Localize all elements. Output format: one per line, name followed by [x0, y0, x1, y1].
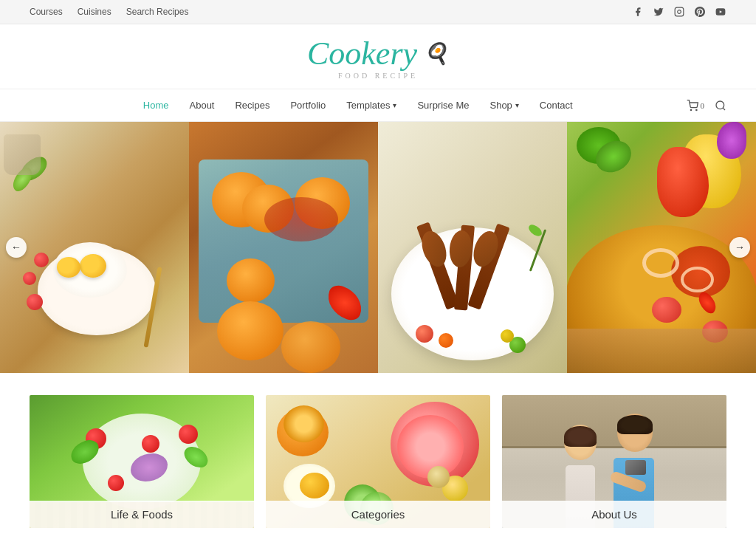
- youtube-icon[interactable]: [715, 6, 726, 18]
- bottom-grid: Life & Foods Categories: [0, 373, 756, 545]
- top-nav: Courses Cuisines Search Recipes: [30, 7, 188, 17]
- top-nav-search-recipes[interactable]: Search Recipes: [126, 7, 189, 17]
- cart-button[interactable]: 0: [687, 100, 705, 112]
- gallery-prev-button[interactable]: ←: [6, 237, 27, 258]
- facebook-icon[interactable]: [632, 6, 644, 18]
- main-nav: Home About Recipes Portfolio Templates ▾…: [0, 89, 756, 122]
- gallery-item-4: [567, 122, 756, 373]
- nav-recipes[interactable]: Recipes: [235, 89, 269, 121]
- svg-point-3: [690, 109, 691, 110]
- top-nav-cuisines[interactable]: Cuisines: [78, 7, 111, 17]
- card-about-us-label: About Us: [502, 501, 726, 528]
- logo-area: Cookery 🍳 FOOD RECIPE: [0, 24, 756, 89]
- nav-items: Home About Recipes Portfolio Templates ▾…: [30, 89, 687, 121]
- chef-hat-icon: 🍳: [423, 44, 449, 64]
- nav-contact[interactable]: Contact: [540, 89, 573, 121]
- nav-portfolio[interactable]: Portfolio: [290, 89, 326, 121]
- nav-home[interactable]: Home: [143, 89, 169, 121]
- twitter-icon[interactable]: [653, 6, 664, 18]
- svg-rect-0: [675, 7, 684, 16]
- nav-icons: 0: [687, 100, 727, 112]
- nav-surprise-me[interactable]: Surprise Me: [417, 89, 469, 121]
- pinterest-icon[interactable]: [694, 6, 706, 18]
- svg-line-6: [723, 108, 725, 110]
- templates-dropdown-icon: ▾: [393, 101, 396, 109]
- gallery-item-3: [378, 122, 567, 373]
- logo-tagline: FOOD RECIPE: [338, 72, 418, 80]
- grid-card-life-foods[interactable]: Life & Foods: [30, 395, 254, 528]
- card-categories-label: Categories: [266, 501, 490, 528]
- grid-card-about-us[interactable]: About Us: [502, 395, 726, 528]
- top-nav-courses[interactable]: Courses: [30, 7, 63, 17]
- search-button[interactable]: [715, 100, 726, 112]
- instagram-icon[interactable]: [673, 6, 685, 18]
- card-life-foods-label: Life & Foods: [30, 501, 254, 528]
- nav-templates[interactable]: Templates ▾: [346, 89, 396, 121]
- social-icons: [632, 6, 726, 18]
- cart-count: 0: [701, 101, 705, 110]
- top-bar: Courses Cuisines Search Recipes: [0, 0, 756, 24]
- grid-card-categories[interactable]: Categories: [266, 395, 490, 528]
- hero-gallery: ←: [0, 122, 756, 373]
- svg-point-5: [716, 101, 724, 109]
- gallery-item-2: [189, 122, 378, 373]
- brand-name: Cookery: [307, 38, 417, 70]
- gallery-next-button[interactable]: →: [729, 237, 750, 258]
- nav-about[interactable]: About: [190, 89, 215, 121]
- shop-dropdown-icon: ▾: [515, 101, 519, 109]
- nav-shop[interactable]: Shop ▾: [489, 89, 518, 121]
- gallery-item-1: [0, 122, 189, 373]
- svg-point-4: [695, 109, 696, 110]
- logo-brand[interactable]: Cookery 🍳: [307, 38, 449, 70]
